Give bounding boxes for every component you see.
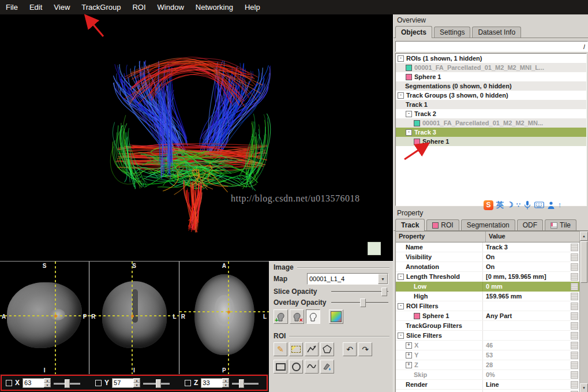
tree-item-rois[interactable]: - ROIs (1 shown, 1 hidden) [396,54,586,63]
freehand-tool-button[interactable] [305,360,319,374]
polygon-tool-button[interactable] [320,342,334,356]
table-row-roi-filters[interactable]: -ROI Filters [396,301,579,311]
row-detail-icon[interactable] [571,293,578,300]
table-row-color-code[interactable]: Color Code Directional [396,390,579,392]
object-filter-input[interactable] [395,41,588,52]
menu-window[interactable]: Window [152,0,190,14]
table-row-annotation[interactable]: Annotation On [396,262,579,272]
map-combobox[interactable]: 00001_L1_4 ▼ [307,273,388,285]
tab-track[interactable]: Track [395,219,425,231]
circle-tool-button[interactable] [289,360,303,374]
tab-segmentation[interactable]: Segmentation [461,219,515,230]
row-detail-icon[interactable] [571,361,578,369]
x-coordinate-input[interactable] [23,378,44,388]
spin-up-icon[interactable]: ▲ [44,378,51,383]
z-coordinate-input[interactable] [201,378,222,388]
colormap-button[interactable] [329,309,343,324]
tab-dataset-info[interactable]: Dataset Info [472,27,521,38]
menu-trackgroup[interactable]: TrackGroup [76,0,126,14]
collapse-icon[interactable]: - [398,55,404,62]
spin-down-icon[interactable]: ▼ [133,383,140,387]
redo-button[interactable]: ↷ [358,342,372,356]
draw-roi-button[interactable]: ✎ [274,342,287,356]
combo-arrow-icon[interactable]: ▼ [378,274,388,284]
slider-thumb[interactable] [360,298,366,307]
row-detail-icon[interactable] [571,332,578,339]
tree-item-track3-sphere1[interactable]: Sphere 1 [396,137,586,146]
select-region-button[interactable] [289,342,303,356]
table-row-high[interactable]: High 159.965 mm [396,292,579,301]
table-row-slice-filters[interactable]: -Slice Filters [396,331,579,341]
scroll-up-icon[interactable]: ▲ [580,232,588,241]
handwriting-icon[interactable] [547,201,555,210]
expand-icon[interactable]: + [406,362,412,368]
slice-opacity-slider[interactable] [331,287,388,296]
table-row-slice-x[interactable]: +X 46 [396,341,579,350]
slider-thumb[interactable] [156,379,161,388]
polyline-tool-button[interactable] [305,342,319,356]
x-coordinate-slider[interactable] [54,379,80,387]
rectangle-tool-button[interactable] [274,360,287,374]
slice-panel-sagittal[interactable]: S A P I [0,262,89,375]
row-detail-icon[interactable] [571,322,578,330]
menu-view[interactable]: View [48,0,76,14]
menu-file[interactable]: File [0,0,24,14]
y-axis-checkbox[interactable] [95,380,102,386]
x-axis-checkbox[interactable] [6,380,12,386]
collapse-icon[interactable]: - [398,274,404,280]
table-row-slice-y[interactable]: +Y 53 [396,350,579,360]
sogou-logo-icon[interactable]: S [484,200,493,210]
tree-item-track2[interactable]: - Track 2 [396,109,586,118]
scroll-down-icon[interactable]: ▼ [580,383,588,392]
tree-item-track-groups[interactable]: - Track Groups (3 shown, 0 hidden) [396,91,586,100]
spin-down-icon[interactable]: ▼ [222,383,229,387]
property-scrollbar[interactable]: ▲ ▼ [579,231,588,392]
scrollbar-thumb[interactable] [580,241,587,283]
tree-item-track3-selected[interactable]: - Track 3 [396,128,586,137]
undo-button[interactable]: ↶ [343,342,357,356]
spin-up-icon[interactable]: ▲ [133,378,140,383]
table-row-sphere1-filter[interactable]: Sphere 1 Any Part [396,311,579,321]
expand-icon[interactable]: + [406,352,412,359]
table-row-skip[interactable]: Skip 0% [396,370,579,380]
remove-slice-button[interactable]: × [290,309,304,324]
row-detail-icon[interactable] [571,342,578,349]
row-detail-icon[interactable] [571,312,578,320]
row-detail-icon[interactable] [571,263,578,271]
row-detail-icon[interactable] [571,283,578,290]
row-detail-icon[interactable] [571,303,578,310]
row-detail-icon[interactable] [571,253,578,261]
table-row-low[interactable]: Low 0 mm [396,282,579,292]
tree-item-roi-parcellated[interactable]: 00001_FA_Parcellated_01_M2_M2_MNI_L... [396,63,586,72]
row-detail-icon[interactable] [571,381,578,389]
fill-tool-button[interactable] [320,360,334,374]
tab-tile[interactable]: Tile [545,219,576,230]
slice-panel-axial[interactable]: A R L P [179,262,269,375]
tree-item-sphere1[interactable]: Sphere 1 [396,72,586,81]
expand-icon[interactable]: + [406,342,412,349]
collapse-icon[interactable]: - [398,92,404,99]
table-row-slice-z[interactable]: +Z 28 [396,360,579,370]
table-row-render[interactable]: Render Line [396,380,579,390]
show-slice-button[interactable] [306,309,320,324]
row-detail-icon[interactable] [571,352,578,359]
tree-item-track2-roi[interactable]: 00001_FA_Parcellated_01_M2_M2_MN... [396,118,586,128]
spin-up-icon[interactable]: ▲ [222,378,229,383]
y-coordinate-input[interactable] [112,378,133,388]
row-detail-icon[interactable] [571,273,578,281]
y-coordinate-slider[interactable] [143,379,170,387]
z-axis-checkbox[interactable] [185,380,191,386]
table-row-name[interactable]: Name Track 3 [396,242,579,252]
collapse-icon[interactable]: - [406,111,412,117]
row-detail-icon[interactable] [571,244,578,251]
tree-item-track1[interactable]: Track 1 [396,100,586,109]
english-mode-icon[interactable]: 英 [496,200,504,210]
menu-networking[interactable]: Networking [190,0,239,14]
punctuation-icon[interactable]: ∵ [516,200,520,210]
menu-edit[interactable]: Edit [24,0,48,14]
toolbox-icon[interactable]: ↑ [558,200,562,210]
keyboard-icon[interactable] [534,201,544,208]
z-coordinate-slider[interactable] [232,379,259,387]
tree-item-segmentations[interactable]: Segmentations (0 shown, 0 hidden) [396,81,586,91]
tab-settings[interactable]: Settings [434,27,470,38]
